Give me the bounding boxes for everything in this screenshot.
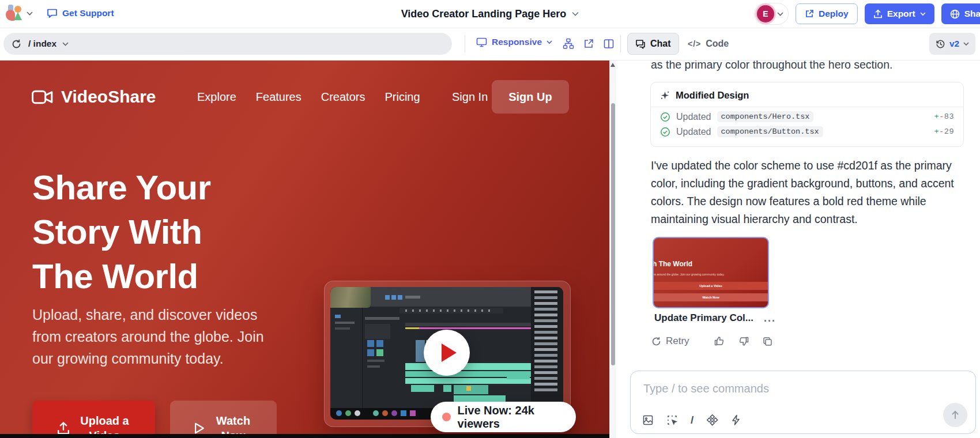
thumbnail-menu-button[interactable]: ... xyxy=(764,315,776,321)
change-diff: +-29 xyxy=(934,127,954,136)
avatar: E xyxy=(757,5,774,22)
thumbs-up-button[interactable] xyxy=(714,335,725,347)
workspace-chevron-icon[interactable] xyxy=(27,12,33,16)
logo-shape-green xyxy=(14,12,22,20)
history-icon xyxy=(936,39,945,49)
select-element-button[interactable] xyxy=(666,414,678,426)
retry-icon xyxy=(651,337,661,346)
quick-actions-button[interactable] xyxy=(731,414,741,426)
account-menu[interactable]: E xyxy=(754,3,789,25)
watch-now-button[interactable]: Watch Now xyxy=(170,401,277,438)
toolbar-divider xyxy=(465,35,465,52)
hero-heading-line-2: Story With xyxy=(32,210,211,254)
hero-heading: Share Your Story With The World xyxy=(32,165,211,299)
change-diff: +-83 xyxy=(934,112,954,121)
app-logo[interactable] xyxy=(6,5,23,22)
change-row[interactable]: Updated components/Button.tsx +-29 xyxy=(651,122,963,137)
open-in-new-icon-button[interactable] xyxy=(583,38,594,50)
account-chevron-icon xyxy=(777,12,783,16)
share-label: Share xyxy=(964,9,980,19)
get-support-label: Get Support xyxy=(62,8,114,18)
viewport-chevron-icon xyxy=(546,40,552,44)
nav-link-explore[interactable]: Explore xyxy=(197,90,236,104)
integrations-button[interactable] xyxy=(706,414,718,426)
retry-label: Retry xyxy=(666,335,689,347)
assistant-message: I've updated the color scheme to use #cd… xyxy=(651,157,977,228)
chat-tab-icon xyxy=(635,39,646,49)
assistant-message-tail: as the primary color throughout the hero… xyxy=(651,60,974,71)
thumbnail-label: Update Primary Col... xyxy=(654,312,753,324)
url-bar: / index xyxy=(3,33,452,55)
change-file-chip: components/Button.tsx xyxy=(717,126,823,137)
refresh-button[interactable] xyxy=(12,39,21,49)
version-selector[interactable]: v2 xyxy=(929,33,975,55)
chat-composer: / xyxy=(630,371,976,434)
route-path: / index xyxy=(28,39,56,49)
version-label: v2 xyxy=(949,39,959,49)
toolbar-divider-2 xyxy=(620,35,621,52)
copy-button[interactable] xyxy=(762,336,773,347)
version-thumbnail[interactable]: th The World eos around the globe. Join … xyxy=(653,237,769,308)
thumbnail-heading: th The World xyxy=(653,260,692,268)
sign-up-button[interactable]: Sign Up xyxy=(492,80,569,114)
thumbnail-mini-button-1: Upload a Video xyxy=(653,282,769,290)
change-action: Updated xyxy=(676,112,711,122)
check-circle-icon xyxy=(660,112,670,122)
scrollbar-thumb[interactable] xyxy=(611,103,615,365)
send-button[interactable] xyxy=(943,403,967,427)
export-icon xyxy=(873,9,883,19)
components-icon-button[interactable] xyxy=(563,38,574,50)
sparkle-icon xyxy=(660,90,670,100)
play-button[interactable] xyxy=(424,330,470,376)
brand-name: VideoShare xyxy=(61,87,156,107)
thumbnail-caption: eos around the globe. Join our growing c… xyxy=(653,273,725,276)
upload-video-button[interactable]: Upload a Video xyxy=(32,401,155,438)
thumbnail-mini-button-2: Watch Now xyxy=(653,293,769,301)
hero-heading-line-1: Share Your xyxy=(32,165,211,210)
upload-icon xyxy=(56,421,70,436)
tab-chat[interactable]: Chat xyxy=(627,33,679,55)
nav-link-pricing[interactable]: Pricing xyxy=(385,90,420,104)
project-title: Video Creator Landing Page Hero xyxy=(401,8,567,20)
retry-button[interactable]: Retry xyxy=(651,335,689,347)
preview-brand[interactable]: VideoShare xyxy=(32,80,156,114)
modified-design-card: Modified Design Updated components/Hero.… xyxy=(650,82,964,147)
chat-input[interactable] xyxy=(642,379,956,398)
split-view-icon-button[interactable] xyxy=(603,38,615,50)
title-chevron-icon[interactable] xyxy=(572,12,579,16)
change-action: Updated xyxy=(676,127,711,137)
deploy-button[interactable]: Deploy xyxy=(796,3,858,24)
top-bar: Get Support Video Creator Landing Page H… xyxy=(0,0,980,28)
export-chevron-icon xyxy=(920,12,926,16)
nav-link-creators[interactable]: Creators xyxy=(321,90,365,104)
chat-panel: as the primary color throughout the hero… xyxy=(616,60,980,438)
nav-link-features[interactable]: Features xyxy=(256,90,301,104)
video-camera-icon xyxy=(32,89,54,105)
chat-bubble-icon xyxy=(47,8,58,18)
next-section-strip xyxy=(0,434,609,438)
version-chevron-icon xyxy=(963,42,969,46)
sign-in-link[interactable]: Sign In xyxy=(452,90,488,104)
thumbs-down-button[interactable] xyxy=(738,335,749,347)
attach-image-button[interactable] xyxy=(642,414,654,426)
get-support-button[interactable]: Get Support xyxy=(47,8,114,18)
code-icon: </> xyxy=(688,39,701,48)
scrollbar-up-arrow[interactable] xyxy=(610,63,615,67)
play-icon xyxy=(442,343,457,362)
share-button[interactable]: Share xyxy=(941,3,980,24)
composer-toolbar: / xyxy=(642,414,741,426)
modified-design-title: Modified Design xyxy=(676,90,749,101)
preview-nav: Explore Features Creators Pricing xyxy=(197,80,420,114)
route-selector[interactable]: / index xyxy=(28,39,69,49)
export-button[interactable]: Export xyxy=(865,3,934,24)
slash-command-button[interactable]: / xyxy=(691,414,693,426)
app-window: Get Support Video Creator Landing Page H… xyxy=(0,0,980,438)
viewport-selector[interactable]: Responsive xyxy=(476,37,552,47)
monitor-icon xyxy=(476,37,487,47)
tab-code[interactable]: </> Code xyxy=(680,33,736,55)
deploy-label: Deploy xyxy=(819,9,849,19)
change-row[interactable]: Updated components/Hero.tsx +-83 xyxy=(651,107,963,122)
chat-tab-label: Chat xyxy=(650,39,671,49)
route-chevron-icon xyxy=(62,42,69,46)
deploy-icon xyxy=(805,9,814,18)
